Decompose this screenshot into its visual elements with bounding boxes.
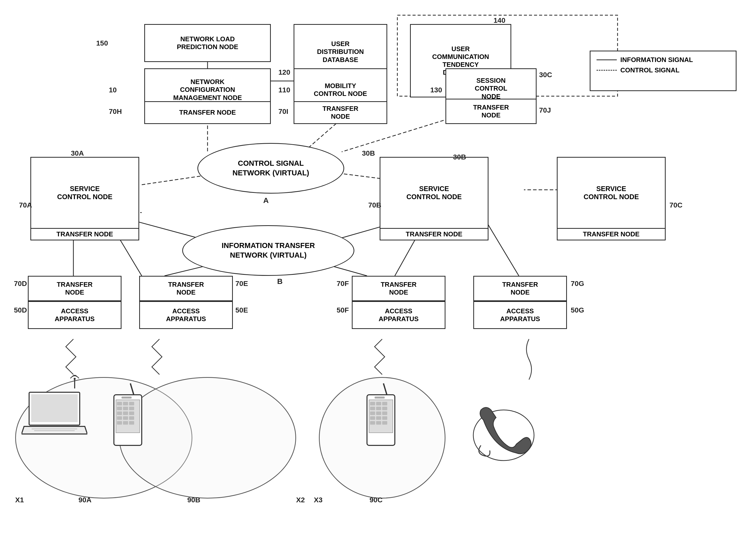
svg-rect-25 (31, 394, 78, 422)
svg-rect-59 (370, 416, 375, 420)
transfer-node-70g: TRANSFER NODE (473, 276, 567, 301)
laptop-icon (22, 390, 87, 440)
transfer-node-70h: TRANSFER NODE (144, 101, 271, 124)
transfer-f-label: TRANSFER NODE (381, 281, 417, 296)
svg-point-68 (74, 378, 76, 380)
ref-140: 140 (494, 17, 506, 25)
ref-120: 120 (278, 68, 290, 77)
access-d-label: ACCESS APPARATUS (55, 307, 95, 323)
ref-50g: 50G (571, 306, 584, 314)
access-apparatus-50d: ACCESS APPARATUS (28, 301, 122, 329)
ref-70b: 70B (368, 201, 381, 209)
ref-50e: 50E (235, 306, 248, 314)
svg-rect-34 (117, 407, 122, 410)
svg-rect-64 (382, 421, 387, 425)
coverage-90b (119, 377, 296, 499)
network-load-label: NETWORK LOAD PREDICTION NODE (177, 35, 239, 51)
svg-rect-37 (117, 411, 122, 415)
svg-rect-42 (129, 416, 134, 420)
legend: INFORMATION SIGNAL CONTROL SIGNAL (590, 51, 736, 91)
ref-90b: 90B (187, 496, 200, 504)
transfer-node-70d: TRANSFER NODE (28, 276, 122, 301)
ref-150: 150 (96, 39, 108, 47)
sca-label: SERVICE CONTROL NODE (57, 185, 113, 201)
ref-70d: 70D (14, 280, 27, 288)
ref-70i: 70I (278, 108, 288, 116)
ref-90a: 90A (79, 496, 91, 504)
ref-50d: 50D (14, 306, 27, 314)
svg-rect-55 (382, 407, 387, 410)
svg-rect-32 (123, 402, 128, 405)
sca-transfer-label: TRANSFER NODE (56, 230, 113, 238)
svg-rect-38 (123, 411, 128, 415)
access-f-label: ACCESS APPARATUS (379, 307, 419, 323)
svg-rect-57 (376, 411, 381, 415)
service-control-node-c: SERVICE CONTROL NODE TRANSFER NODE (557, 157, 666, 241)
access-apparatus-50g: ACCESS APPARATUS (473, 301, 567, 329)
info-transfer-network: INFORMATION TRANSFER NETWORK (VIRTUAL) (182, 225, 354, 276)
net-config-label: NETWORK CONFIGURATION MANAGEMENT NODE (173, 78, 242, 102)
ref-30b-2: 30B (362, 149, 375, 157)
info-signal-label: INFORMATION SIGNAL (621, 56, 693, 64)
control-signal-network: CONTROL SIGNAL NETWORK (VIRTUAL) (197, 143, 344, 193)
mobile-phone-icon-90c (362, 382, 397, 453)
session-label: SESSION CONTROL NODE (475, 77, 508, 100)
ref-x2: X2 (296, 496, 305, 504)
transfer-g-label: TRANSFER NODE (502, 281, 538, 296)
ref-10: 10 (109, 86, 117, 94)
svg-rect-44 (123, 421, 128, 425)
itn-label: INFORMATION TRANSFER NETWORK (VIRTUAL) (222, 241, 315, 260)
transfer-h-label: TRANSFER NODE (179, 109, 236, 116)
legend-control-signal: CONTROL SIGNAL (597, 66, 730, 74)
svg-rect-65 (375, 397, 385, 399)
svg-rect-35 (123, 407, 128, 410)
svg-rect-43 (117, 421, 122, 425)
ref-70a: 70A (19, 201, 32, 209)
svg-rect-41 (123, 416, 128, 420)
svg-line-28 (130, 383, 134, 396)
scc-transfer-label: TRANSFER NODE (583, 230, 640, 238)
service-control-node-b: SERVICE CONTROL NODE TRANSFER NODE (380, 157, 488, 241)
svg-rect-58 (382, 411, 387, 415)
control-signal-label: CONTROL SIGNAL (621, 66, 679, 74)
scb-transfer-label: TRANSFER NODE (406, 230, 462, 238)
svg-rect-45 (129, 421, 134, 425)
scc-transfer: TRANSFER NODE (558, 228, 665, 240)
telephone-icon (468, 400, 539, 466)
ref-b-label: B (277, 277, 283, 286)
transfer-e-label: TRANSFER NODE (168, 281, 204, 296)
svg-rect-56 (370, 411, 375, 415)
transfer-i-label: TRANSFER NODE (322, 105, 358, 121)
ref-70j: 70J (539, 106, 551, 114)
csn-label: CONTROL SIGNAL NETWORK (VIRTUAL) (233, 159, 309, 178)
svg-rect-53 (370, 407, 375, 410)
transfer-j-label: TRANSFER NODE (473, 103, 509, 119)
svg-rect-36 (129, 407, 134, 410)
sca-transfer: TRANSFER NODE (31, 228, 138, 240)
transfer-d-label: TRANSFER NODE (57, 281, 93, 296)
svg-rect-62 (370, 421, 375, 425)
ref-30c: 30C (539, 71, 552, 79)
scb-label: SERVICE CONTROL NODE (406, 185, 462, 201)
ref-x1: X1 (15, 496, 24, 504)
ref-a-label: A (263, 196, 269, 205)
svg-rect-63 (376, 421, 381, 425)
transfer-node-70e: TRANSFER NODE (139, 276, 233, 301)
info-signal-line-icon (597, 60, 617, 60)
svg-line-47 (383, 383, 387, 396)
svg-rect-40 (117, 416, 122, 420)
svg-rect-54 (376, 407, 381, 410)
svg-rect-33 (129, 402, 134, 405)
legend-info-signal: INFORMATION SIGNAL (597, 56, 730, 64)
antenna-icon-90a (68, 369, 81, 390)
mobile-phone-icon-90a (109, 382, 144, 453)
svg-rect-51 (376, 402, 381, 405)
ref-70c: 70C (670, 201, 682, 209)
service-control-node-a: SERVICE CONTROL NODE TRANSFER NODE (30, 157, 139, 241)
svg-rect-60 (376, 416, 381, 420)
access-g-label: ACCESS APPARATUS (500, 307, 540, 323)
access-e-label: ACCESS APPARATUS (166, 307, 206, 323)
ref-110: 110 (278, 86, 290, 94)
svg-rect-46 (122, 397, 132, 399)
ref-30b: 30B (453, 153, 466, 161)
